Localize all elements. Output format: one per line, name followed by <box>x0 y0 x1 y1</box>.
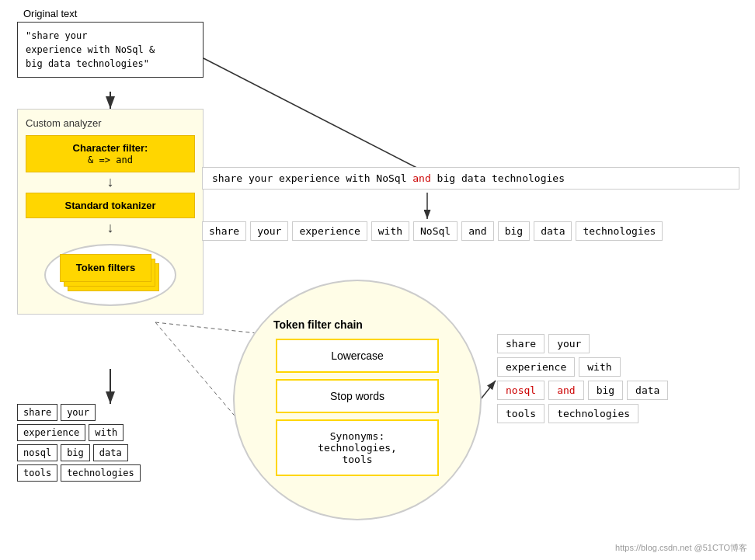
tok-nosql: NoSql <box>413 221 458 241</box>
ft-row-2: experience with <box>497 357 668 377</box>
char-filter-rule: & => and <box>88 155 133 165</box>
ft-tools: tools <box>497 404 545 423</box>
custom-analyzer-box: Custom analyzer Character filter: & => a… <box>17 109 204 315</box>
tok-data: data <box>534 221 572 241</box>
ft-row-1: share your <box>497 334 668 353</box>
tok-and: and <box>461 221 493 241</box>
char-filter-and-highlight: and <box>412 172 430 184</box>
watermark: https://blog.csdn.net @51CTO博客 <box>615 542 747 554</box>
tok-share: share <box>202 221 246 241</box>
ft-big: big <box>588 381 623 400</box>
ft-technologies: technologies <box>548 404 638 423</box>
char-filter-output-box: share your experience with NoSql and big… <box>202 167 739 190</box>
svg-line-6 <box>155 322 264 334</box>
token-data: data <box>93 444 128 461</box>
ft-row-3: nosql and big data <box>497 381 668 400</box>
standard-tokenizer-label: Standard tokanizer <box>64 200 155 211</box>
analyzer-label: Custom analyzer <box>26 117 195 129</box>
filter-chain-oval: Token filter chain Lowercase Stop words … <box>233 280 482 520</box>
tok-technologies: technologies <box>576 221 663 241</box>
token-big: big <box>61 444 90 461</box>
bottom-token-row-1: share your <box>17 404 141 421</box>
tok-experience: experience <box>292 221 367 241</box>
ft-nosql: nosql <box>497 381 545 400</box>
token-experience: experience <box>17 424 85 441</box>
token-share: share <box>17 404 57 421</box>
original-text-label: Original text <box>23 8 77 19</box>
bottom-token-row-2: experience with <box>17 424 141 441</box>
char-filter-box: Character filter: & => and <box>26 135 195 172</box>
stop-words-filter-box: Stop words <box>276 379 439 413</box>
char-filter-title: Character filter: <box>73 142 148 154</box>
original-text-box: "share yourexperience with NoSql &big da… <box>17 22 204 78</box>
tok-your: your <box>250 221 288 241</box>
standard-tokenizer-box: Standard tokanizer <box>26 193 195 218</box>
bottom-token-list: share your experience with nosql big dat… <box>17 404 141 485</box>
token-tools: tools <box>17 464 57 482</box>
ft-your: your <box>548 334 590 353</box>
token-nosql: nosql <box>17 444 57 461</box>
tokenizer-output-row: share your experience with NoSql and big… <box>202 221 663 241</box>
arrow-down-2: ↓ <box>26 220 195 237</box>
token-technologies: technologies <box>61 464 141 482</box>
token-filter-card-1: Token filters <box>60 254 151 282</box>
bottom-token-row-4: tools technologies <box>17 464 141 482</box>
svg-line-8 <box>480 381 496 400</box>
token-with: with <box>89 424 124 441</box>
tok-with: with <box>371 221 409 241</box>
ft-row-4: tools technologies <box>497 404 668 423</box>
ft-and: and <box>548 381 583 400</box>
ft-with: with <box>579 357 620 377</box>
ft-data: data <box>627 381 668 400</box>
arrow-down-1: ↓ <box>26 174 195 191</box>
tok-big: big <box>498 221 530 241</box>
filter-chain-title: Token filter chain <box>273 318 363 331</box>
token-your: your <box>61 404 96 421</box>
ft-experience: experience <box>497 357 575 377</box>
synonyms-filter-box: Synonyms:technologies, tools <box>276 419 439 476</box>
token-filters-oval: Token filters <box>44 244 176 306</box>
bottom-token-row-3: nosql big data <box>17 444 141 461</box>
filtered-token-list: share your experience with nosql and big… <box>497 334 668 427</box>
lowercase-filter-box: Lowercase <box>276 339 439 373</box>
svg-line-4 <box>204 58 435 177</box>
original-text-content: "share yourexperience with NoSql &big da… <box>26 30 155 69</box>
ft-share: share <box>497 334 545 353</box>
